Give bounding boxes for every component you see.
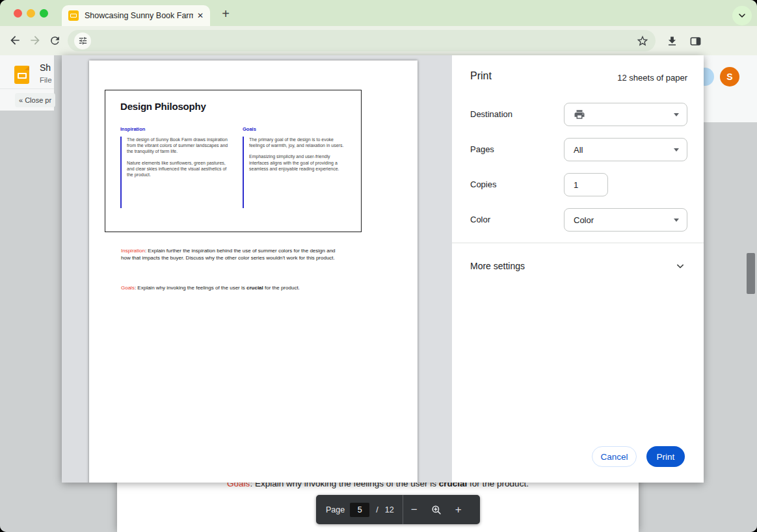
cancel-button[interactable]: Cancel bbox=[592, 446, 637, 467]
print-settings-pane: Print 12 sheets of paper Destination Pag… bbox=[452, 55, 704, 483]
chevron-down-icon bbox=[737, 10, 747, 21]
back-arrow-icon bbox=[8, 34, 21, 47]
slide-column-inspiration: Inspiration The design of Sunny Book Far… bbox=[120, 126, 230, 208]
window-minimize-button[interactable] bbox=[27, 9, 35, 18]
note-text-end: for the product. bbox=[263, 285, 300, 291]
destination-label: Destination bbox=[470, 109, 512, 119]
slide-column-goals: Goals The primary goal of the design is … bbox=[243, 126, 348, 208]
bookmark-star-icon[interactable] bbox=[636, 34, 649, 47]
new-tab-button[interactable]: + bbox=[217, 5, 234, 22]
page-total: 12 bbox=[385, 505, 394, 514]
close-print-preview-button[interactable]: « Close pr bbox=[15, 93, 55, 107]
tab-title: Showcasing Sunny Book Farm bbox=[85, 11, 193, 20]
sheets-count: 12 sheets of paper bbox=[617, 73, 687, 83]
color-label: Color bbox=[470, 215, 490, 224]
browser-window: Showcasing Sunny Book Farm ✕ + bbox=[0, 0, 757, 532]
print-dialog: Design Philosophy Inspiration The design… bbox=[62, 55, 704, 483]
note-bold: crucial bbox=[246, 285, 263, 291]
forward-button[interactable] bbox=[26, 31, 44, 49]
note-text: : Explain further the inspiration behind… bbox=[121, 248, 336, 261]
download-button[interactable] bbox=[663, 32, 681, 50]
active-tab[interactable]: Showcasing Sunny Book Farm ✕ bbox=[62, 5, 210, 26]
note-label: Inspiration bbox=[121, 248, 145, 254]
header-divider bbox=[0, 88, 54, 89]
pdf-viewer-toolbar: Page 5 / 12 − + bbox=[316, 495, 480, 524]
side-panel-icon bbox=[689, 35, 702, 47]
slide-thumbnail: Design Philosophy Inspiration The design… bbox=[105, 90, 362, 232]
caret-down-icon bbox=[674, 219, 679, 222]
browser-toolbar: S ⋮ bbox=[0, 26, 757, 55]
zoom-in-button[interactable]: + bbox=[447, 495, 470, 524]
zoom-fit-button[interactable] bbox=[425, 495, 447, 524]
pages-select[interactable]: All bbox=[564, 138, 687, 161]
slide-title: Design Philosophy bbox=[120, 101, 206, 112]
tab-list-chevron-button[interactable] bbox=[732, 6, 752, 25]
speaker-note: Inspiration: Explain further the inspira… bbox=[121, 248, 343, 262]
color-value: Color bbox=[574, 215, 594, 225]
slides-header-right: S bbox=[704, 55, 757, 122]
column-paragraph: The primary goal of the design is to evo… bbox=[249, 137, 348, 148]
color-select[interactable]: Color bbox=[564, 208, 687, 232]
download-icon bbox=[666, 35, 678, 47]
page-number-input[interactable]: 5 bbox=[350, 503, 369, 517]
forward-arrow-icon bbox=[29, 34, 42, 47]
column-text-block: The design of Sunny Book Farm draws insp… bbox=[120, 137, 230, 208]
page-label: Page bbox=[326, 505, 345, 514]
more-settings-button[interactable]: More settings bbox=[470, 261, 525, 271]
tune-icon bbox=[78, 36, 88, 46]
copies-input[interactable]: 1 bbox=[564, 173, 608, 196]
scrollbar-thumb[interactable] bbox=[747, 253, 755, 294]
column-paragraph: Nature elements like sunflowers, green p… bbox=[127, 160, 230, 178]
site-settings-button[interactable] bbox=[74, 33, 91, 49]
column-paragraph: Emphasizing simplicity and user-friendly… bbox=[249, 153, 348, 172]
document-title-clipped: Sh bbox=[40, 62, 54, 73]
column-paragraph: The design of Sunny Book Farm draws insp… bbox=[127, 137, 230, 155]
caret-down-icon bbox=[674, 148, 679, 152]
address-bar[interactable] bbox=[68, 30, 656, 51]
print-button[interactable]: Print bbox=[646, 446, 685, 467]
side-panel-button[interactable] bbox=[686, 32, 704, 50]
print-preview-page: Design Philosophy Inspiration The design… bbox=[89, 60, 418, 483]
magnifier-plus-icon bbox=[431, 504, 442, 516]
chevron-down-icon bbox=[674, 259, 687, 273]
pages-label: Pages bbox=[470, 144, 494, 154]
back-button[interactable] bbox=[6, 31, 24, 49]
pages-value: All bbox=[574, 145, 583, 155]
reload-icon bbox=[49, 34, 61, 47]
destination-select[interactable] bbox=[564, 103, 687, 126]
caret-down-icon bbox=[674, 113, 679, 116]
print-preview-pane: Design Philosophy Inspiration The design… bbox=[62, 55, 452, 483]
slides-favicon-icon bbox=[68, 10, 79, 21]
window-close-button[interactable] bbox=[14, 9, 22, 18]
column-heading: Inspiration bbox=[120, 126, 230, 132]
tab-close-icon[interactable]: ✕ bbox=[197, 11, 204, 20]
zoom-out-button[interactable]: − bbox=[403, 495, 425, 524]
copies-label: Copies bbox=[470, 180, 496, 189]
slides-header-left: Sh File « Close pr bbox=[0, 55, 54, 111]
account-avatar[interactable]: S bbox=[720, 67, 739, 86]
file-menu[interactable]: File bbox=[40, 76, 54, 84]
note-text: : Explain why invoking the feelings of t… bbox=[135, 285, 246, 291]
column-heading: Goals bbox=[243, 126, 348, 132]
more-settings-chevron[interactable] bbox=[674, 259, 687, 273]
tab-strip: Showcasing Sunny Book Farm ✕ + bbox=[0, 0, 757, 26]
printer-icon bbox=[574, 109, 585, 120]
column-text-block: The primary goal of the design is to evo… bbox=[243, 137, 348, 208]
reload-button[interactable] bbox=[46, 31, 64, 49]
copies-value: 1 bbox=[574, 180, 578, 190]
dialog-title: Print bbox=[470, 70, 492, 82]
note-label: Goals bbox=[121, 285, 135, 291]
speaker-note: Goals: Explain why invoking the feelings… bbox=[121, 285, 343, 292]
window-maximize-button[interactable] bbox=[40, 9, 48, 18]
google-slides-icon bbox=[14, 66, 29, 84]
page-separator: / bbox=[376, 505, 378, 514]
settings-divider bbox=[452, 243, 704, 243]
